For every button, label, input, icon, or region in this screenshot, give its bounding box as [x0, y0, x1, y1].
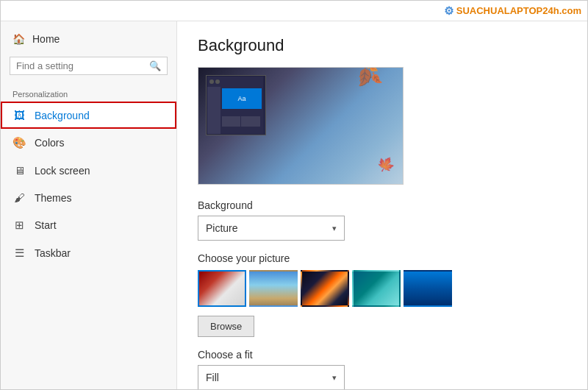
section-label: Personalization [1, 81, 176, 102]
browse-button[interactable]: Browse [198, 316, 254, 337]
colors-nav-label: Colors [35, 137, 64, 149]
leaf-decoration-2: 🍁 [374, 152, 399, 176]
thumbnails-row [198, 270, 567, 307]
preview-mini-tile-area: Aa [220, 87, 263, 134]
choose-picture-label: Choose your picture [198, 252, 567, 264]
gear-icon: ⚙ [444, 4, 453, 18]
lock-screen-nav-label: Lock screen [35, 165, 90, 177]
themes-nav-label: Themes [35, 192, 72, 204]
preview-mini-window: Aa [207, 77, 263, 134]
settings-window: ⚙ SUACHUALAPTOP24h.com 🏠 Home 🔍 Personal… [0, 0, 588, 390]
home-icon: 🏠 [12, 33, 25, 45]
themes-nav-icon: 🖌 [12, 191, 26, 204]
thumbnail-4[interactable] [352, 270, 401, 307]
dropdown-arrow-icon: ▾ [332, 224, 337, 233]
thumbnail-1[interactable] [198, 270, 246, 307]
preview-small-tile-1 [222, 116, 240, 127]
watermark-text: SUACHUALAPTOP24h.com [456, 5, 581, 16]
mini-bar-dot [209, 79, 214, 84]
aa-text: Aa [237, 95, 245, 102]
sidebar-item-start[interactable]: ⊞ Start [1, 211, 176, 239]
fit-dropdown[interactable]: Fill ▾ [198, 365, 345, 389]
taskbar-nav-icon: ☰ [12, 247, 26, 260]
colors-nav-icon: 🎨 [12, 136, 26, 149]
sidebar-item-background[interactable]: 🖼 Background [1, 102, 176, 129]
fit-dropdown-value: Fill [206, 372, 219, 383]
leaf-decoration-1: 🍂 [351, 67, 384, 92]
background-field-label: Background [198, 199, 567, 211]
preview-mini-content: Aa [207, 87, 263, 134]
thumbnail-5[interactable] [404, 270, 452, 307]
main-content: Background 🍂 🍁 Aa [177, 21, 587, 389]
choose-fit-label: Choose a fit [198, 349, 567, 361]
watermark: ⚙ SUACHUALAPTOP24h.com [444, 4, 581, 18]
background-nav-icon: 🖼 [12, 109, 26, 121]
taskbar-nav-label: Taskbar [35, 247, 71, 259]
background-dropdown-value: Picture [206, 222, 238, 234]
search-icon: 🔍 [149, 60, 161, 71]
sidebar-home-item[interactable]: 🏠 Home [1, 27, 176, 51]
content-area: 🏠 Home 🔍 Personalization 🖼 Background 🎨 … [1, 21, 587, 389]
mini-bar-dot-2 [215, 79, 220, 84]
thumbnail-3[interactable] [301, 270, 349, 307]
preview-mini-sidebar [207, 87, 220, 134]
top-bar: ⚙ SUACHUALAPTOP24h.com [1, 1, 587, 21]
start-nav-icon: ⊞ [12, 219, 26, 232]
search-input[interactable] [16, 60, 149, 71]
background-dropdown[interactable]: Picture ▾ [198, 216, 345, 241]
background-nav-label: Background [35, 110, 90, 121]
lock-screen-nav-icon: 🖥 [12, 164, 26, 177]
fit-dropdown-arrow-icon: ▾ [332, 373, 337, 383]
background-preview: 🍂 🍁 Aa [198, 67, 404, 185]
home-label: Home [32, 33, 60, 45]
preview-small-tile-2 [241, 116, 259, 127]
sidebar-item-lock-screen[interactable]: 🖥 Lock screen [1, 157, 176, 184]
page-title: Background [198, 36, 567, 55]
sidebar-item-taskbar[interactable]: ☰ Taskbar [1, 239, 176, 267]
preview-mini-bar [207, 77, 263, 87]
search-box[interactable]: 🔍 [10, 57, 168, 75]
sidebar: 🏠 Home 🔍 Personalization 🖼 Background 🎨 … [1, 21, 177, 389]
sidebar-item-colors[interactable]: 🎨 Colors [1, 129, 176, 157]
preview-blue-tile: Aa [222, 88, 262, 109]
thumbnail-2[interactable] [249, 270, 298, 307]
sidebar-item-themes[interactable]: 🖌 Themes [1, 184, 176, 211]
start-nav-label: Start [35, 219, 57, 231]
